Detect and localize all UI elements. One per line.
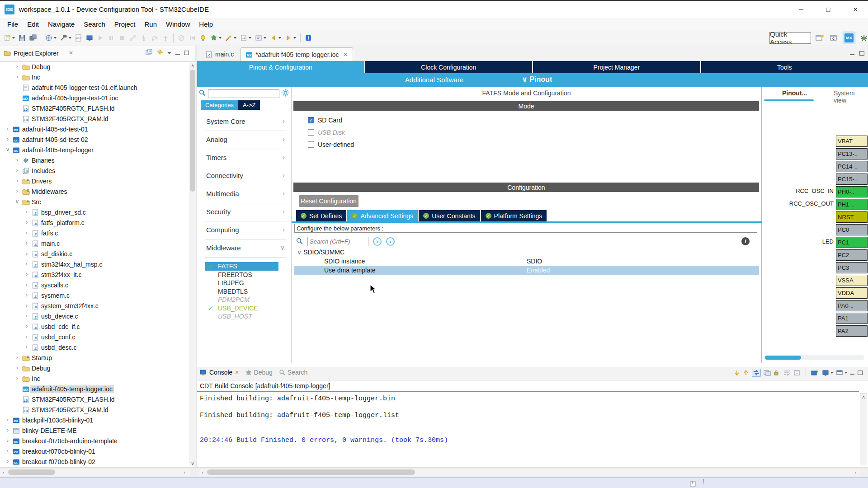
save-icon[interactable] bbox=[17, 33, 27, 42]
expand-all-params-icon[interactable]: › bbox=[386, 237, 395, 246]
config-tab-advanced-settings[interactable]: ✓Advanced Settings bbox=[347, 210, 418, 221]
tree-item[interactable]: ›Debug bbox=[0, 364, 189, 374]
expander-icon[interactable]: › bbox=[14, 188, 20, 194]
console-tab-debug[interactable]: Debug bbox=[245, 369, 273, 376]
resume-icon[interactable] bbox=[187, 33, 197, 42]
expander-icon[interactable]: › bbox=[14, 375, 20, 381]
pin-PC0[interactable]: PC0 bbox=[836, 224, 868, 235]
expander-icon[interactable]: › bbox=[24, 250, 30, 257]
expander-icon[interactable]: › bbox=[24, 271, 30, 277]
expander-icon[interactable]: › bbox=[24, 291, 30, 298]
tab-tools[interactable]: Tools bbox=[701, 61, 868, 73]
expander-icon[interactable]: › bbox=[24, 281, 30, 288]
run-icon[interactable] bbox=[95, 33, 105, 42]
tab-categories[interactable]: Categories bbox=[201, 100, 238, 110]
tree-item[interactable]: LDSTM32F405RGTX_FLASH.ld bbox=[0, 104, 189, 114]
mode-option-user-defined[interactable]: User-defined bbox=[308, 138, 354, 150]
tree-item[interactable]: ›IDEadafruit-f405-sd-test-02 bbox=[0, 135, 189, 145]
new-wizard-icon[interactable] bbox=[2, 33, 16, 42]
tree-item[interactable]: ›CStartup bbox=[0, 353, 189, 364]
display-console-icon[interactable] bbox=[822, 370, 833, 376]
tree-item[interactable]: ›.csystem_stm32f4xx.c bbox=[0, 301, 189, 312]
expander-icon[interactable]: › bbox=[5, 447, 11, 454]
scroll-left-arrow[interactable]: ‹ bbox=[1, 469, 6, 475]
console-monitor-icon[interactable] bbox=[85, 33, 94, 42]
expander-icon[interactable]: › bbox=[14, 156, 20, 163]
explorer-horizontal-scrollbar[interactable]: ‹ › bbox=[0, 469, 190, 476]
maximize-view-icon[interactable] bbox=[184, 49, 189, 56]
menu-edit[interactable]: Edit bbox=[23, 19, 43, 29]
menu-help[interactable]: Help bbox=[194, 19, 217, 29]
parameter-value[interactable]: SDIO bbox=[527, 257, 542, 266]
tree-item[interactable]: ›IDEbreakout-f070cb-arduino-template bbox=[0, 436, 189, 447]
tree-item[interactable]: ›Inc bbox=[0, 73, 189, 83]
info-icon[interactable]: i bbox=[303, 33, 313, 42]
tree-item[interactable]: ∨CSrc bbox=[0, 197, 189, 208]
pin-PA1[interactable]: PA1 bbox=[836, 313, 868, 324]
checkbox-checked-icon[interactable]: ✓ bbox=[308, 117, 314, 123]
editor-tab-1[interactable]: .cmain.c bbox=[201, 47, 238, 61]
minimize-window-button[interactable]: ─ bbox=[792, 4, 810, 15]
tree-item[interactable]: ›.cmain.c bbox=[0, 239, 189, 249]
console-tab-console[interactable]: Console✕ bbox=[200, 369, 239, 376]
category-analog[interactable]: Analog› bbox=[205, 131, 287, 149]
additional-software-button[interactable]: Additional Software bbox=[405, 76, 463, 84]
parameter-group-row[interactable]: ∨ SDIO/SDMMC bbox=[297, 249, 344, 256]
menu-project[interactable]: Project bbox=[110, 19, 140, 29]
pin-PC1[interactable]: PC1 bbox=[836, 237, 868, 248]
expander-icon[interactable]: › bbox=[5, 437, 11, 444]
scroll-up-icon[interactable] bbox=[743, 370, 749, 376]
category-security[interactable]: Security› bbox=[205, 203, 287, 221]
expander-icon[interactable]: ∨ bbox=[5, 146, 11, 153]
tree-item[interactable]: ›.csyscalls.c bbox=[0, 281, 189, 291]
expander-icon[interactable]: › bbox=[5, 427, 11, 433]
console-scroll-thumb[interactable] bbox=[207, 469, 415, 475]
pinout-horizontal-scrollbar[interactable] bbox=[764, 355, 864, 360]
show-console-icon[interactable] bbox=[764, 370, 771, 376]
update-software-icon[interactable] bbox=[198, 33, 208, 42]
pin-VBAT[interactable]: VBAT bbox=[836, 136, 868, 147]
background-task-icon[interactable] bbox=[689, 479, 697, 488]
pin-VSSA[interactable]: VSSA bbox=[836, 275, 868, 286]
profile-icon[interactable] bbox=[239, 33, 253, 42]
maximize-window-button[interactable]: □ bbox=[819, 4, 837, 15]
info-icon[interactable]: i bbox=[741, 237, 750, 245]
peripheral-search-input[interactable] bbox=[208, 89, 279, 98]
skip-breakpoints-icon[interactable] bbox=[176, 33, 186, 42]
pin-VDDA[interactable]: VDDA bbox=[836, 287, 868, 299]
dropdown-caret-icon[interactable] bbox=[249, 37, 251, 39]
tree-item[interactable]: ›.cbsp_driver_sd.c bbox=[0, 208, 189, 218]
tree-item[interactable]: ›.cusbd_cdc_if.c bbox=[0, 322, 189, 333]
link-with-editor-icon[interactable] bbox=[156, 49, 164, 56]
tree-item[interactable]: ›.csysmem.c bbox=[0, 291, 189, 301]
new-console-icon[interactable] bbox=[811, 370, 819, 376]
tab-clock-configuration[interactable]: Clock Configuration bbox=[365, 61, 533, 73]
external-tools-icon[interactable] bbox=[254, 33, 268, 42]
tree-item[interactable]: MXadafruit-f405-temp-logger.ioc bbox=[0, 385, 189, 395]
scroll-lock-icon[interactable] bbox=[774, 370, 781, 376]
pinout-dropdown[interactable]: ∨ Pinout bbox=[522, 75, 552, 84]
parameter-row[interactable]: SDIO instanceSDIO bbox=[292, 257, 762, 266]
middleware-usb_host[interactable]: USB_HOST bbox=[205, 312, 287, 321]
expander-icon[interactable]: › bbox=[14, 167, 20, 174]
minimize-editor-icon[interactable] bbox=[850, 50, 855, 57]
pin-NRST[interactable]: NRST bbox=[836, 211, 868, 223]
chevron-right-icon[interactable]: › bbox=[283, 172, 285, 179]
word-wrap-icon[interactable] bbox=[783, 370, 791, 376]
back-icon[interactable] bbox=[269, 33, 283, 42]
config-tab-platform-settings[interactable]: ✓Platform Settings bbox=[481, 210, 547, 221]
chevron-right-icon[interactable]: › bbox=[283, 226, 285, 233]
tree-item[interactable]: ›IDEbreakout-f070cb-blinky-01 bbox=[0, 447, 189, 457]
tree-item[interactable]: ›Inc bbox=[0, 374, 189, 385]
menu-navigate[interactable]: Navigate bbox=[43, 19, 79, 29]
tree-item[interactable]: ›CDrivers bbox=[0, 177, 189, 187]
scroll-right-arrow[interactable]: › bbox=[182, 469, 187, 475]
pin-PH1[interactable]: PH1-.. bbox=[836, 199, 868, 210]
tree-item[interactable]: ›.cfatfs.c bbox=[0, 229, 189, 239]
build-icon[interactable] bbox=[59, 33, 73, 42]
parameter-value[interactable]: Enabled bbox=[527, 266, 550, 275]
expander-icon[interactable]: › bbox=[5, 125, 11, 132]
quick-access-box[interactable]: Quick Access bbox=[769, 32, 811, 44]
tree-item[interactable]: ›.cusbd_desc.c bbox=[0, 343, 189, 353]
parameter-search-input[interactable] bbox=[307, 237, 368, 246]
